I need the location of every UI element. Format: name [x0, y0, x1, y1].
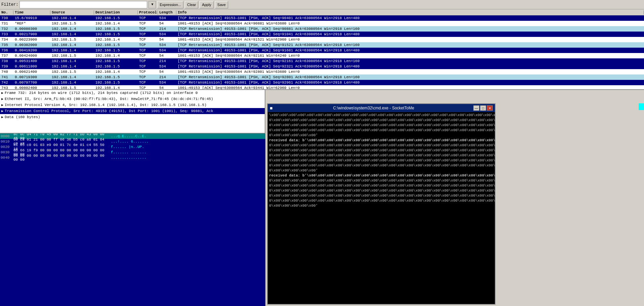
pkt-dst: 192.168.1.5 — [94, 32, 138, 36]
pkt-proto: TCP — [138, 54, 158, 58]
save-button[interactable]: Save — [215, 1, 228, 8]
table-row[interactable]: 742 0.00797700 192.168.1.4 192.168.1.5 T… — [0, 80, 644, 85]
filter-dropdown[interactable]: ▼ — [148, 1, 156, 8]
detail-row[interactable]: ▶Ethernet II, Src: Arm_f1:bb:43 (00:02:f… — [0, 96, 265, 102]
pkt-time: 15.6/69910 — [13, 16, 50, 20]
pkt-src: 192.168.1.4 — [50, 27, 94, 31]
pkt-no: 735 — [0, 43, 13, 47]
detail-row[interactable]: ▶Transmission Control Protocol, Src Port… — [0, 108, 265, 114]
detail-text: Frame 732: 214 bytes on wire (1712 bits)… — [5, 91, 198, 95]
minimize-button[interactable]: — — [473, 105, 479, 111]
pkt-no: 733 — [0, 32, 13, 36]
apply-button[interactable]: Apply — [200, 1, 214, 8]
filter-bar: Filter: ▼ Expression... Clear Apply Save — [0, 0, 644, 9]
pkt-proto: TCP — [138, 81, 158, 85]
detail-rows: ▶Frame 732: 214 bytes on wire (1712 bits… — [0, 90, 265, 120]
hex-offset: 0000 — [1, 134, 13, 138]
detail-text: Internet Protocol Version 4, Src: 192.16… — [5, 103, 207, 107]
pkt-time: 0.00719300 — [13, 75, 50, 79]
pkt-dst: 192.168.1.5 — [94, 43, 138, 47]
pkt-time: 0.00797700 — [13, 81, 50, 85]
pkt-info: [TCP Retransmission] 49153→1001 [PSH, AC… — [176, 32, 644, 36]
table-row[interactable]: 743 0.00802400 192.168.1.5 192.168.1.4 T… — [0, 85, 644, 90]
cmd-line: 0\x00\x00\x00\x00\x00\x00\x00\x00\x00\x0… — [269, 143, 493, 148]
table-row[interactable]: 735 0.00302000 192.168.1.4 192.168.1.5 T… — [0, 42, 644, 48]
cmd-line: 0\x00\x00\x00\x00\x00' — [269, 133, 493, 138]
pkt-len: 534 — [158, 48, 176, 52]
table-row[interactable]: 734 0.00223900 192.168.1.5 192.168.1.4 T… — [0, 37, 644, 42]
table-row[interactable]: 732 0.00080300 192.168.1.4 192.168.1.5 T… — [0, 26, 644, 32]
pkt-src: 192.168.1.5 — [50, 21, 94, 26]
pkt-len: 214 — [158, 27, 176, 31]
pkt-src: 192.168.1.5 — [50, 54, 94, 58]
table-row[interactable]: 736 0.00419200 192.168.1.4 192.168.1.5 T… — [0, 48, 644, 53]
pkt-info: [TCP Retransmission] 49153→1001 [PSH, AC… — [176, 59, 644, 63]
pkt-dst: 192.168.1.5 — [94, 59, 138, 63]
pkt-proto: TCP — [138, 16, 158, 20]
table-row[interactable]: 737 0.00424000 192.168.1.5 192.168.1.4 T… — [0, 53, 644, 58]
table-row[interactable]: 731 *REF* 192.168.1.5 192.168.1.4 TCP 54… — [0, 21, 644, 26]
table-row[interactable]: 741 0.00719300 192.168.1.4 192.168.1.5 T… — [0, 74, 644, 80]
filter-label: Filter: — [1, 2, 18, 7]
filter-input[interactable] — [19, 1, 147, 8]
detail-row[interactable]: ▶Internet Protocol Version 4, Src: 192.1… — [0, 102, 265, 108]
pkt-time: 0.00802400 — [13, 86, 50, 90]
table-row[interactable]: 740 0.00621400 192.168.1.5 192.168.1.4 T… — [0, 69, 644, 74]
packet-rows: 730 15.6/69910 192.168.1.4 192.168.1.5 T… — [0, 15, 644, 90]
hex-bytes: 00 00 00 00 00 00 00 00 00 00 00 00 00 0… — [13, 154, 111, 162]
col-src-header: Source — [50, 10, 94, 14]
hex-offset: 0010 — [1, 140, 13, 144]
hex-rows: 0000 8c dc d4 71 f0 45 00 02 f7 f1 bb 43… — [0, 134, 265, 160]
close-button[interactable]: ✕ — [487, 105, 493, 111]
cmd-line: 0\x00\x00\x00\x00\x00\x00\x00\x00\x00\x0… — [269, 193, 493, 198]
clear-button[interactable]: Clear — [185, 1, 198, 8]
pkt-time: 0.00424000 — [13, 54, 50, 58]
pkt-src: 192.168.1.4 — [50, 75, 94, 79]
pkt-dst: 192.168.1.5 — [94, 48, 138, 52]
cmd-line: 0\x00\x00\x00\x00\x00\x00\x00\x00\x00\x0… — [269, 123, 493, 128]
pkt-len: 214 — [158, 59, 176, 63]
pkt-src: 192.168.1.4 — [50, 48, 94, 52]
cmd-line: received data: b'\x00\x00\x00\x00\x00\x0… — [269, 173, 493, 178]
cmd-line: 0\x00\x00\x00\x00\x00\x00\x00\x00\x00\x0… — [269, 158, 493, 163]
pkt-src: 192.168.1.5 — [50, 70, 94, 74]
pkt-src: 192.168.1.4 — [50, 81, 94, 85]
detail-row[interactable]: ▶Data (160 bytes) — [0, 114, 265, 120]
maximize-button[interactable]: □ — [480, 105, 486, 111]
pkt-len: 534 — [158, 32, 176, 36]
col-info-header: Info — [176, 10, 644, 14]
col-time-header: Time — [13, 10, 50, 14]
pkt-proto: TCP — [138, 32, 158, 36]
detail-row[interactable]: ▶Frame 732: 214 bytes on wire (1712 bits… — [0, 90, 265, 96]
hex-ascii: f....... ....... — [111, 150, 146, 154]
cyan-bar — [639, 103, 644, 110]
expression-button[interactable]: Expression... — [157, 1, 183, 8]
pkt-src: 192.168.1.4 — [50, 16, 94, 20]
pkt-info: [TCP Retransmission] 49153→1001 [PSH, AC… — [176, 75, 644, 79]
pkt-time: *REF* — [13, 21, 50, 26]
pkt-info: [TCP Retransmission] 49153→1001 [PSH, AC… — [176, 64, 644, 68]
pkt-info: 1001→49153 [ACK] Seq=63080564 Ack=91521 … — [176, 38, 644, 42]
table-row[interactable]: 739 0.00611800 192.168.1.4 192.168.1.5 T… — [0, 64, 644, 69]
pkt-info: [TCP Retransmission] 49153→1001 [PSH, AC… — [176, 16, 644, 20]
col-proto-header: Protocol — [138, 10, 158, 14]
pkt-proto: TCP — [138, 75, 158, 79]
table-row[interactable]: 733 0.00217900 192.168.1.4 192.168.1.5 T… — [0, 32, 644, 37]
pkt-src: 192.168.1.4 — [50, 43, 94, 47]
hex-ascii: f...... |n..UP. — [111, 145, 144, 149]
hex-row[interactable]: 0040 00 00 00 00 00 00 00 00 00 00 00 00… — [0, 155, 265, 160]
pkt-dst: 192.168.1.5 — [94, 16, 138, 20]
pkt-no: 743 — [0, 86, 13, 90]
table-row[interactable]: 738 0.00531400 192.168.1.4 192.168.1.5 T… — [0, 58, 644, 64]
table-row[interactable]: 730 15.6/69910 192.168.1.4 192.168.1.5 T… — [0, 15, 644, 21]
cmd-icon: ■ — [270, 105, 272, 111]
pkt-len: 54 — [158, 21, 176, 26]
col-len-header: Length — [158, 10, 176, 14]
hex-ascii: ................ — [111, 156, 146, 160]
expand-icon: ▶ — [1, 115, 3, 119]
pkt-src: 192.168.1.4 — [50, 59, 94, 63]
pkt-time: 0.00419200 — [13, 48, 50, 52]
cmd-line: \x00\x00\x00\x00\x00\x00\x00\x00\x00\x00… — [269, 113, 493, 118]
pkt-no: 730 — [0, 16, 13, 20]
pkt-proto: TCP — [138, 48, 158, 52]
